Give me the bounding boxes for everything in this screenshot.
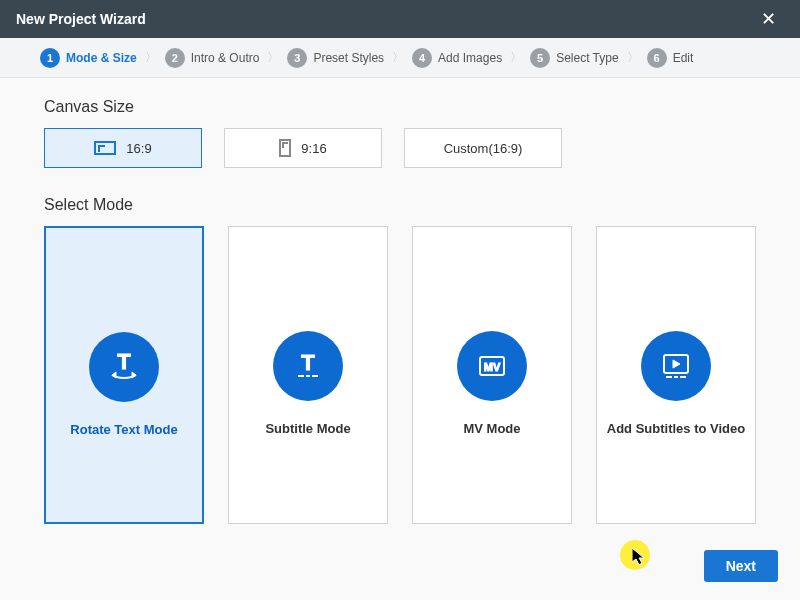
chevron-right-icon: 〉 <box>265 49 281 66</box>
titlebar: New Project Wizard ✕ <box>0 0 800 38</box>
mode-label: MV Mode <box>455 421 528 436</box>
step-number: 5 <box>530 48 550 68</box>
svg-marker-10 <box>673 360 680 368</box>
canvas-option-label: 9:16 <box>301 141 326 156</box>
svg-text:T: T <box>117 349 131 374</box>
mode-rotate-text[interactable]: T Rotate Text Mode <box>44 226 204 524</box>
wizard-window: New Project Wizard ✕ 1 Mode & Size 〉 2 I… <box>0 0 800 600</box>
step-label: Mode & Size <box>66 51 137 65</box>
chevron-right-icon: 〉 <box>508 49 524 66</box>
step-number: 4 <box>412 48 432 68</box>
landscape-icon <box>94 141 116 155</box>
step-intro-outro[interactable]: 2 Intro & Outro <box>165 48 260 68</box>
step-edit[interactable]: 6 Edit <box>647 48 694 68</box>
svg-marker-1 <box>112 372 116 378</box>
step-mode-size[interactable]: 1 Mode & Size <box>40 48 137 68</box>
step-number: 3 <box>287 48 307 68</box>
subtitle-icon: T <box>273 331 343 401</box>
step-add-images[interactable]: 4 Add Images <box>412 48 502 68</box>
step-number: 2 <box>165 48 185 68</box>
svg-text:MV: MV <box>484 361 501 373</box>
add-subtitles-video-icon <box>641 331 711 401</box>
chevron-right-icon: 〉 <box>390 49 406 66</box>
canvas-option-16-9[interactable]: 16:9 <box>44 128 202 168</box>
step-label: Add Images <box>438 51 502 65</box>
chevron-right-icon: 〉 <box>143 49 159 66</box>
step-label: Preset Styles <box>313 51 384 65</box>
canvas-options: 16:9 9:16 Custom(16:9) <box>44 128 756 168</box>
step-label: Edit <box>673 51 694 65</box>
portrait-icon <box>279 139 291 157</box>
step-number: 1 <box>40 48 60 68</box>
canvas-option-label: Custom(16:9) <box>444 141 523 156</box>
step-preset-styles[interactable]: 3 Preset Styles <box>287 48 384 68</box>
mode-label: Add Subtitles to Video <box>599 421 753 436</box>
wizard-footer: Next <box>704 550 778 582</box>
wizard-steps: 1 Mode & Size 〉 2 Intro & Outro 〉 3 Pres… <box>0 38 800 78</box>
canvas-size-title: Canvas Size <box>44 98 756 116</box>
step-select-type[interactable]: 5 Select Type <box>530 48 618 68</box>
canvas-option-custom[interactable]: Custom(16:9) <box>404 128 562 168</box>
mode-subtitle[interactable]: T Subtitle Mode <box>228 226 388 524</box>
mode-options: T Rotate Text Mode T <box>44 226 756 524</box>
canvas-option-9-16[interactable]: 9:16 <box>224 128 382 168</box>
mode-label: Rotate Text Mode <box>62 422 185 437</box>
next-button[interactable]: Next <box>704 550 778 582</box>
mode-mv[interactable]: MV MV Mode <box>412 226 572 524</box>
step-number: 6 <box>647 48 667 68</box>
mode-label: Subtitle Mode <box>257 421 358 436</box>
svg-text:T: T <box>301 350 315 375</box>
step-label: Select Type <box>556 51 618 65</box>
mv-icon: MV <box>457 331 527 401</box>
svg-marker-2 <box>132 372 136 378</box>
canvas-option-label: 16:9 <box>126 141 151 156</box>
wizard-content: Canvas Size 16:9 9:16 Custom(16:9) Selec… <box>0 78 800 600</box>
rotate-text-icon: T <box>89 332 159 402</box>
select-mode-title: Select Mode <box>44 196 756 214</box>
step-label: Intro & Outro <box>191 51 260 65</box>
close-icon[interactable]: ✕ <box>753 4 784 34</box>
mode-add-subtitles-video[interactable]: Add Subtitles to Video <box>596 226 756 524</box>
window-title: New Project Wizard <box>16 11 753 27</box>
chevron-right-icon: 〉 <box>625 49 641 66</box>
